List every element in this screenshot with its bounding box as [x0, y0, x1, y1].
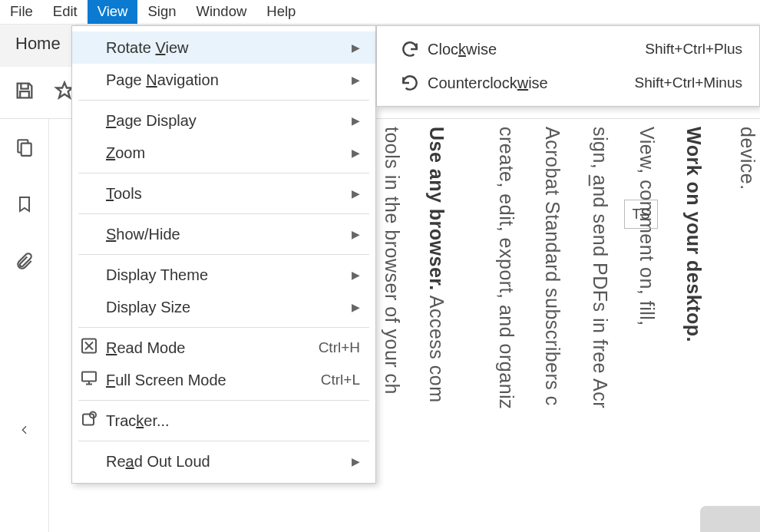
- submenu-clockwise[interactable]: Clockwise Shift+Ctrl+Plus: [377, 32, 759, 66]
- svg-rect-1: [21, 144, 31, 156]
- doc-text: sign, and send PDFs in free Acr: [589, 127, 611, 408]
- menu-separator: [78, 173, 369, 173]
- menu-full-screen[interactable]: Full Screen Mode Ctrl+L: [72, 364, 375, 396]
- tracker-icon: [80, 410, 98, 432]
- rotate-cw-icon: [400, 39, 428, 59]
- menu-separator: [78, 254, 369, 255]
- svg-rect-4: [83, 415, 94, 425]
- menu-separator: [78, 327, 369, 328]
- text-annotation[interactable]: TS: [624, 200, 658, 229]
- home-tab[interactable]: Home: [0, 25, 77, 67]
- menu-view[interactable]: View: [88, 0, 138, 24]
- doc-text: Work on your desktop.: [682, 127, 705, 342]
- menubar: File Edit View Sign Window Help: [0, 0, 760, 25]
- menu-display-size[interactable]: Display Size▶: [72, 291, 375, 323]
- menu-tracker[interactable]: Tracker...: [72, 405, 375, 437]
- menu-zoom[interactable]: Zoom▶: [72, 137, 375, 169]
- menu-sign[interactable]: Sign: [137, 0, 186, 24]
- monitor-icon: [80, 369, 98, 392]
- menu-separator: [78, 441, 369, 441]
- menu-read-out-loud[interactable]: Read Out Loud▶: [72, 445, 375, 477]
- menu-show-hide[interactable]: Show/Hide▶: [72, 218, 375, 250]
- menu-tools[interactable]: Tools▶: [72, 177, 375, 210]
- menu-help[interactable]: Help: [256, 0, 306, 24]
- menu-edit[interactable]: Edit: [43, 0, 88, 24]
- rotate-submenu: Clockwise Shift+Ctrl+Plus Counterclockwi…: [376, 25, 760, 107]
- menu-read-mode[interactable]: Read Mode Ctrl+H: [72, 332, 375, 364]
- menu-page-navigation[interactable]: Page Navigation▶: [72, 64, 375, 96]
- menu-separator: [78, 100, 369, 101]
- doc-text: create, edit, export, and organiz: [495, 127, 517, 409]
- menu-display-theme[interactable]: Display Theme▶: [72, 259, 375, 291]
- rotate-ccw-icon: [400, 73, 428, 93]
- doc-text: tools in the browser of your ch: [381, 127, 403, 395]
- collapse-sidebar-icon[interactable]: [18, 422, 31, 440]
- read-mode-icon: [80, 337, 98, 359]
- attachment-icon[interactable]: [15, 251, 35, 275]
- menu-file[interactable]: File: [0, 0, 43, 24]
- thumbnails-icon[interactable]: [15, 137, 35, 161]
- menu-page-display[interactable]: Page Display▶: [72, 104, 375, 137]
- menu-rotate-view[interactable]: Rotate View▶: [72, 31, 375, 64]
- menu-separator: [78, 213, 369, 214]
- doc-text: device.: [736, 127, 758, 190]
- save-icon[interactable]: [14, 80, 35, 105]
- svg-rect-3: [82, 372, 96, 382]
- menu-window[interactable]: Window: [187, 0, 257, 24]
- doc-text: Use any browser. Access com: [425, 127, 448, 402]
- doc-text: Acrobat Standard subscribers c: [541, 127, 563, 406]
- sidebar: [0, 119, 49, 532]
- submenu-counterclockwise[interactable]: Counterclockwise Shift+Ctrl+Minus: [377, 66, 759, 100]
- scroll-thumb[interactable]: [700, 506, 760, 532]
- bookmark-icon[interactable]: [15, 193, 34, 219]
- view-menu-panel: Rotate View▶ Page Navigation▶ Page Displ…: [71, 25, 376, 484]
- menu-separator: [78, 400, 369, 401]
